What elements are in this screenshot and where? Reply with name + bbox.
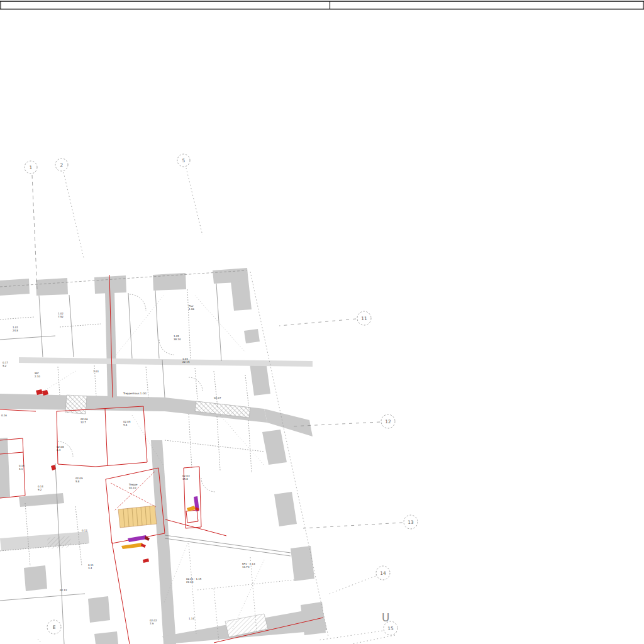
door-arc: [201, 478, 215, 492]
wall-pier: [153, 273, 186, 291]
wall-pier: [94, 275, 126, 294]
grid-leader-line: [32, 175, 37, 289]
room-label: 02.095.8: [75, 477, 83, 483]
grid-leader-line: [352, 635, 395, 644]
room-label: 02.0612.7: [80, 418, 88, 424]
grid-bubble: 11: [357, 311, 371, 325]
room-label: Treppenhaus 1.OG: [123, 392, 147, 395]
room-label: 02.0315.8: [182, 474, 190, 480]
grid-leader-line: [330, 576, 375, 594]
room-label: WC2.10: [35, 372, 40, 378]
grid-bubble: 1: [25, 161, 37, 174]
grid-bubble: 5: [177, 154, 190, 167]
wall-stub: [88, 596, 110, 623]
red-shaft-inner: [186, 510, 198, 523]
room-label: 02.086.3: [57, 445, 64, 452]
room-label: 02.059.4: [123, 420, 131, 426]
wall-stub: [94, 631, 118, 644]
room-label: 02.07: [214, 396, 221, 399]
grid-leader-line: [38, 639, 42, 643]
wall-stub: [24, 565, 47, 591]
drawing-sheet: U 1251112131415E 1.027.52Flur1.061.0538.…: [0, 0, 644, 644]
room-label: KP1 - 1.1310.73: [242, 562, 255, 569]
room-label: 1.027.52: [58, 312, 64, 318]
grid-bubble-number: 11: [361, 316, 367, 321]
hatched-wall: [65, 395, 87, 414]
grid-leader-line: [186, 168, 203, 235]
room-label: 1.14: [189, 617, 194, 620]
grid-bubble-number: 14: [380, 570, 386, 576]
wall-stub: [0, 438, 10, 498]
grid-bubble: 13: [404, 515, 418, 529]
room-label: 02.12: [60, 589, 67, 592]
grid-bubble-number: E: [53, 625, 56, 630]
grid-bubbles-layer: 1251112131415E: [25, 154, 418, 635]
floorplan-canvas: U 1251112131415E 1.027.52Flur1.061.0538.…: [0, 0, 644, 644]
room-label: 0.113.4: [88, 564, 94, 570]
room-label: 0.16: [1, 414, 7, 417]
red-mark: [143, 558, 149, 563]
stray-u-glyph: U: [382, 611, 389, 624]
wall-pier: [36, 278, 68, 296]
wall-pier: [274, 492, 297, 526]
door-marker-1: [187, 496, 199, 511]
door-marker-2: [121, 535, 150, 549]
room-label: 02.01 - 1.1522.04: [186, 577, 202, 584]
door-arc: [130, 294, 146, 311]
grid-bubble-number: 15: [387, 626, 394, 631]
grid-bubble-number: 12: [385, 419, 391, 425]
sheet-header: [0, 1, 644, 9]
wall-corner: [231, 280, 252, 311]
door-arc: [159, 340, 174, 355]
wall-pier: [244, 329, 260, 343]
room-label: 02.027.9: [150, 619, 157, 625]
room-label: 1.0124.8: [13, 326, 18, 332]
room-label: 1.0538.10: [174, 335, 181, 341]
red-mark: [36, 389, 43, 395]
grid-bubble-number: 5: [182, 158, 186, 164]
wall-stub: [0, 531, 89, 551]
room-label: 0.149.2: [38, 485, 43, 491]
room-label: Flur1.06: [189, 304, 194, 311]
wall-pier: [0, 279, 30, 296]
room-label: 1.0422.15: [182, 357, 190, 364]
stair: [118, 506, 157, 528]
room-label: 1.03: [93, 370, 99, 373]
door-arc: [189, 377, 203, 391]
grid-leader-line: [303, 523, 402, 528]
wall-pier: [250, 362, 270, 396]
grid-bubble-number: 1: [30, 165, 33, 170]
red-room-outline: [57, 406, 147, 467]
room-label: Treppe02.10: [128, 483, 138, 489]
grid-leader-line: [64, 172, 84, 258]
walls-layer: [0, 268, 327, 644]
grid-bubble-number: 2: [60, 162, 64, 168]
grid-leader-line: [279, 319, 356, 326]
grid-bubble: 14: [376, 566, 390, 580]
room-label: 0.175.2: [3, 361, 8, 367]
grid-leader-line: [318, 631, 382, 640]
grid-bubble: E: [47, 620, 61, 634]
grid-bubble-number: 13: [408, 519, 414, 525]
grid-bubble: 12: [381, 414, 395, 428]
room-label: 0.12: [82, 529, 87, 532]
wall-pier: [291, 546, 314, 581]
wall-band: [19, 357, 313, 367]
wall-band: [151, 440, 176, 644]
wall-pier: [262, 430, 287, 465]
grid-bubble: 2: [55, 158, 68, 171]
